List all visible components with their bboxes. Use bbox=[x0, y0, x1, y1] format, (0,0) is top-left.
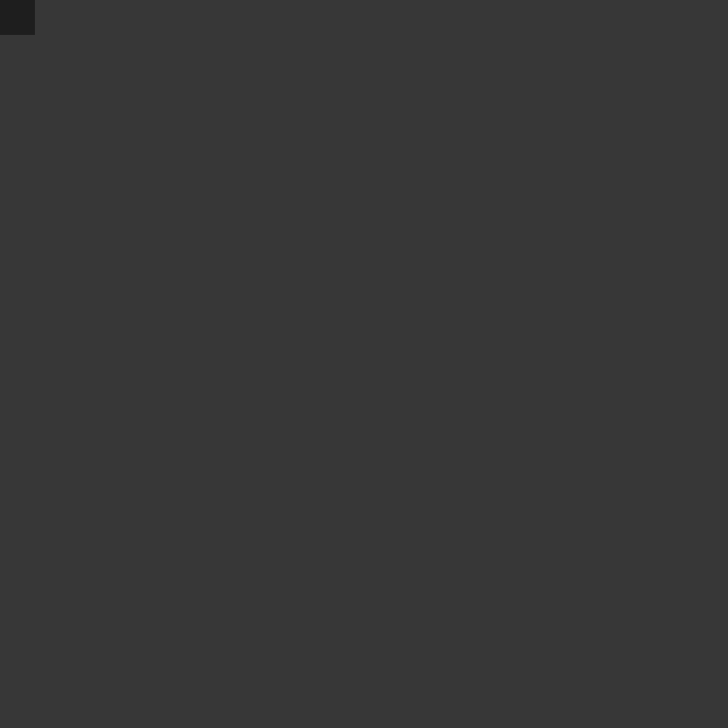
ruler-horizontal bbox=[36, 0, 728, 36]
fabric-pattern-viewer bbox=[0, 0, 728, 728]
ruler-unit-corner bbox=[0, 0, 35, 35]
fabric-swatch[interactable] bbox=[36, 36, 728, 728]
ruler-vertical bbox=[0, 36, 36, 728]
